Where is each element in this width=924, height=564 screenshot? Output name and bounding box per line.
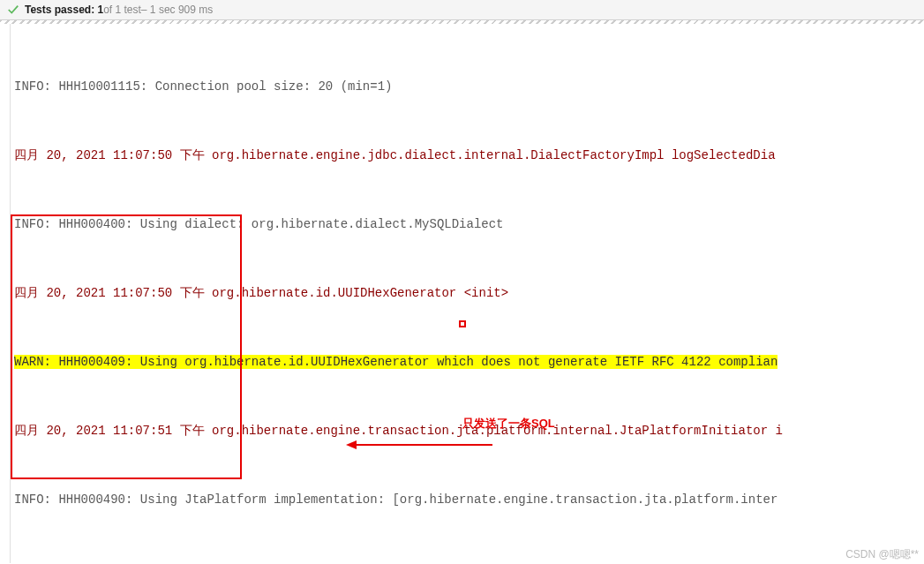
log-line: INFO: HHH000400: Using dialect: org.hibe… xyxy=(14,213,920,236)
log-line: 四月 20, 2021 11:07:50 下午 org.hibernate.id… xyxy=(14,282,920,305)
log-line: INFO: HHH10001115: Connection pool size:… xyxy=(14,75,920,98)
annotation-red-square xyxy=(459,320,466,327)
console-wrapper: INFO: HHH10001115: Connection pool size:… xyxy=(0,24,924,563)
check-icon xyxy=(7,4,19,16)
log-line: INFO: HHH000490: Using JtaPlatform imple… xyxy=(14,488,920,511)
watermark: CSDN @嗯嗯** xyxy=(845,547,919,562)
tests-duration: – 1 sec 909 ms xyxy=(141,4,213,16)
test-status-bar: Tests passed: 1 of 1 test – 1 sec 909 ms xyxy=(0,0,924,20)
log-line-warn: WARN: HHH000409: Using org.hibernate.id.… xyxy=(14,355,778,369)
log-line: 四月 20, 2021 11:07:50 下午 org.hibernate.en… xyxy=(14,144,920,167)
log-line: 四月 20, 2021 11:07:51 下午 org.hibernate.en… xyxy=(14,419,920,442)
sql-query-block: Hibernate: select a1_0.id, a1_0.content,… xyxy=(14,557,920,563)
tests-passed-label: Tests passed: 1 xyxy=(25,4,103,16)
tests-count-suffix: of 1 test xyxy=(103,4,141,16)
console-gutter xyxy=(0,24,11,563)
console-output[interactable]: INFO: HHH10001115: Connection pool size:… xyxy=(11,24,924,563)
